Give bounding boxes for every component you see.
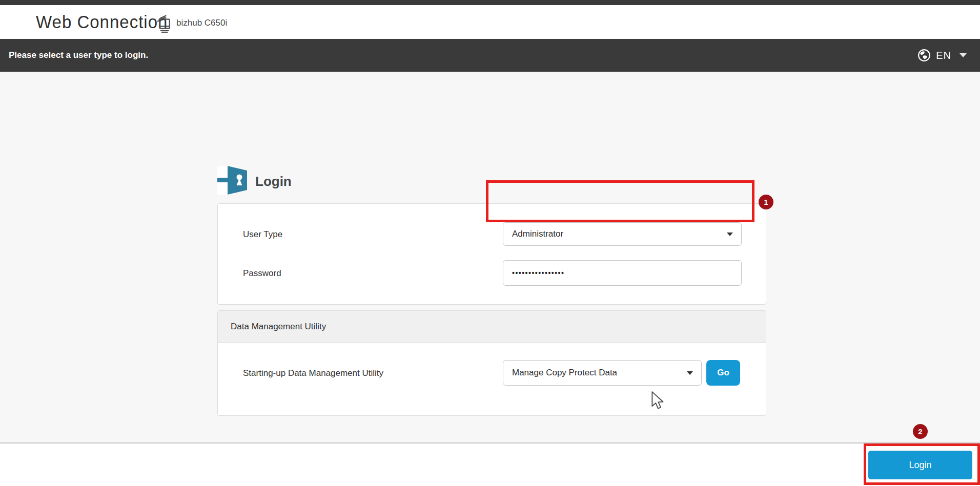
main-content: Login User Type Administrator Password D… <box>0 72 980 442</box>
data-management-body: Starting-up Data Management Utility Mana… <box>218 343 766 415</box>
password-label: Password <box>243 268 281 279</box>
language-selector[interactable]: EN <box>917 39 967 72</box>
data-management-card: Data Management Utility Starting-up Data… <box>217 310 766 416</box>
web-connection-logo: Web Connection <box>36 12 168 32</box>
language-caret-icon <box>959 53 967 57</box>
chevron-down-icon <box>687 371 693 375</box>
utility-select-value: Manage Copy Protect Data <box>512 368 617 378</box>
login-form-card: User Type Administrator Password <box>217 203 766 305</box>
login-button[interactable]: Login <box>868 451 972 479</box>
user-type-select[interactable]: Administrator <box>503 222 742 246</box>
message-bar: Please select a user type to login. EN <box>0 39 980 72</box>
app-header: Web Connection bizhub C650i <box>0 5 980 39</box>
language-code: EN <box>936 50 951 61</box>
message-text: Please select a user type to login. <box>9 50 148 60</box>
globe-icon <box>917 49 931 62</box>
top-strip <box>0 0 980 5</box>
data-management-title: Data Management Utility <box>231 322 326 332</box>
login-title: Login <box>255 174 292 189</box>
footer-bar: Login <box>0 442 980 486</box>
starting-up-label: Starting-up Data Management Utility <box>243 368 383 378</box>
printer-icon <box>155 13 171 36</box>
user-type-label: User Type <box>243 229 282 240</box>
login-heading: Login <box>217 165 292 197</box>
step-badge-2: 2 <box>913 424 928 439</box>
utility-select[interactable]: Manage Copy Protect Data <box>503 360 702 386</box>
chevron-down-icon <box>727 233 733 236</box>
login-door-icon <box>217 165 248 197</box>
user-type-value: Administrator <box>512 229 563 239</box>
password-input[interactable] <box>503 260 742 286</box>
data-management-header: Data Management Utility <box>218 311 766 343</box>
go-button[interactable]: Go <box>706 360 740 386</box>
device-name: bizhub C650i <box>176 18 227 28</box>
step-badge-1: 1 <box>759 195 773 209</box>
